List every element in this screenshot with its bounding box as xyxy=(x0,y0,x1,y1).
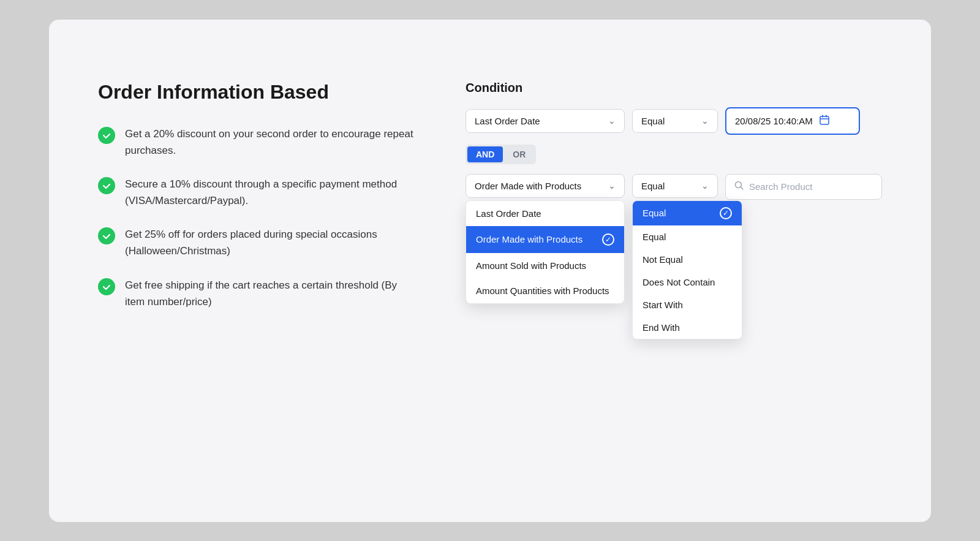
date-input-row1[interactable]: 20/08/25 10:40:AM xyxy=(725,107,860,135)
field-dropdown-container-row2: Order Made with Products ⌄ Last Order Da… xyxy=(466,174,625,198)
search-icon xyxy=(734,181,744,193)
field-dropdown-row2[interactable]: Order Made with Products ⌄ xyxy=(466,174,625,198)
op-not-equal[interactable]: Not Equal xyxy=(633,248,742,271)
field-dropdown-row2-value: Order Made with Products xyxy=(475,181,581,191)
dropdown-item-amount-sold[interactable]: Amount Sold with Products xyxy=(466,253,624,278)
feature-text-2: Secure a 10% discount through a specific… xyxy=(125,176,417,209)
chevron-down-icon: ⌄ xyxy=(701,116,709,126)
operator-dropdown-container-row2: Equal ⌄ Equal ✓ Equal Not Equal xyxy=(632,174,718,198)
check-icon-3 xyxy=(98,227,115,244)
dropdown-item-last-order[interactable]: Last Order Date xyxy=(466,201,624,226)
chevron-down-icon-3: ⌄ xyxy=(701,181,709,191)
operator-dropdown-row2[interactable]: Equal ⌄ xyxy=(632,174,718,198)
date-value: 20/08/25 10:40:AM xyxy=(735,116,813,126)
feature-item-4: Get free shipping if the cart reaches a … xyxy=(98,277,417,310)
main-card: Order Information Based Get a 20% discou… xyxy=(49,20,931,522)
calendar-icon xyxy=(819,115,830,127)
feature-item-3: Get 25% off for orders placed during spe… xyxy=(98,226,417,259)
field-dropdown-row1-value: Last Order Date xyxy=(475,116,540,126)
op-start-with[interactable]: Start With xyxy=(633,293,742,316)
feature-item-1: Get a 20% discount on your second order … xyxy=(98,126,417,159)
operator-dropdown-row1-value: Equal xyxy=(641,116,665,126)
check-icon-1 xyxy=(98,127,115,144)
search-placeholder: Search Product xyxy=(749,181,812,192)
condition-row-1: Last Order Date ⌄ Equal ⌄ 20/08/25 10:40… xyxy=(466,107,882,135)
dropdown-item-order-made[interactable]: Order Made with Products ✓ xyxy=(466,226,624,253)
left-section: Order Information Based Get a 20% discou… xyxy=(98,56,417,485)
operator-dropdown-row2-value: Equal xyxy=(641,181,665,191)
op-end-with[interactable]: End With xyxy=(633,316,742,339)
operator-dropdown-row1[interactable]: Equal ⌄ xyxy=(632,109,718,133)
chevron-down-icon: ⌄ xyxy=(608,116,616,126)
field-dropdown-row1[interactable]: Last Order Date ⌄ xyxy=(466,109,625,133)
selected-checkmark: ✓ xyxy=(602,233,614,246)
search-product-field[interactable]: Search Product xyxy=(725,174,882,200)
field-dropdown-menu: Last Order Date Order Made with Products… xyxy=(466,200,625,304)
feature-text-4: Get free shipping if the cart reaches a … xyxy=(125,277,417,310)
feature-list: Get a 20% discount on your second order … xyxy=(98,126,417,311)
check-icon-2 xyxy=(98,177,115,194)
or-button[interactable]: OR xyxy=(504,146,534,162)
page-title: Order Information Based xyxy=(98,81,417,104)
and-button[interactable]: AND xyxy=(467,146,503,162)
chevron-down-icon-2: ⌄ xyxy=(608,181,616,191)
condition-row-2: Order Made with Products ⌄ Last Order Da… xyxy=(466,174,882,200)
op-does-not-contain[interactable]: Does Not Contain xyxy=(633,271,742,293)
svg-rect-0 xyxy=(820,116,829,124)
feature-text-1: Get a 20% discount on your second order … xyxy=(125,126,417,159)
operator-dropdown-menu: Equal ✓ Equal Not Equal Does Not Contain… xyxy=(632,200,742,339)
dropdown-item-amount-qty[interactable]: Amount Quantities with Products xyxy=(466,278,624,303)
check-icon-4 xyxy=(98,278,115,295)
feature-text-3: Get 25% off for orders placed during spe… xyxy=(125,226,417,259)
feature-item-2: Secure a 10% discount through a specific… xyxy=(98,176,417,209)
op-equal-header[interactable]: Equal ✓ xyxy=(633,201,742,225)
and-or-toggle: AND OR xyxy=(466,145,536,164)
op-selected-checkmark: ✓ xyxy=(720,207,732,219)
right-section: Condition Last Order Date ⌄ Equal ⌄ 20/0… xyxy=(466,56,882,485)
op-equal[interactable]: Equal xyxy=(633,225,742,248)
condition-label: Condition xyxy=(466,81,882,95)
